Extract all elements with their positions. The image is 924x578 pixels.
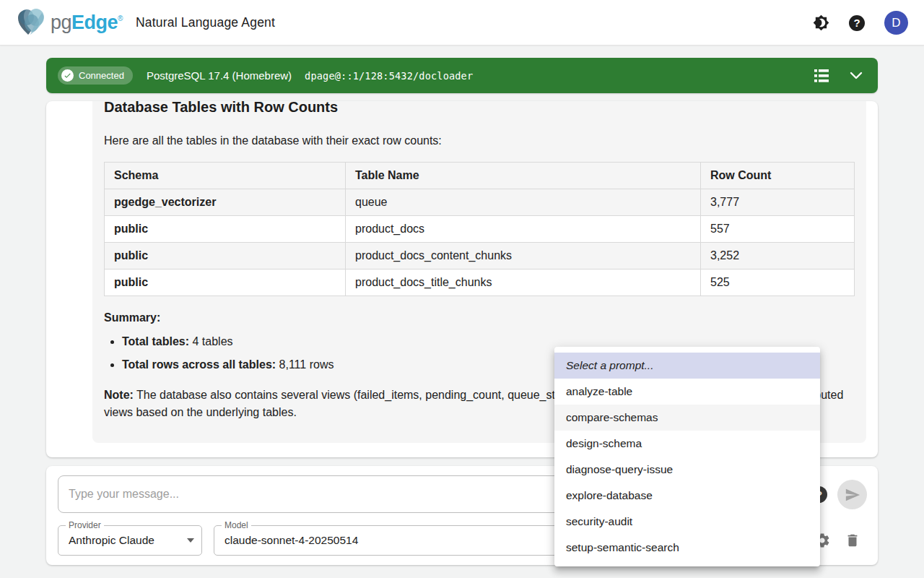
brightness-icon <box>813 14 829 31</box>
bullet-label: Total tables: <box>122 335 189 348</box>
connection-status-badge: Connected <box>58 66 133 85</box>
logo-registered-mark: ® <box>118 14 123 22</box>
pgedge-heart-icon <box>16 7 49 38</box>
prompt-dropdown-menu: Select a prompt... analyze-table compare… <box>554 347 820 566</box>
menu-item-design-schema[interactable]: design-schema <box>554 431 820 457</box>
cell-schema: public <box>105 243 346 269</box>
collapse-connection-button[interactable] <box>847 67 865 85</box>
table-row: pgedge_vectorizer queue 3,777 <box>105 189 855 216</box>
dark-mode-toggle-button[interactable] <box>812 14 829 32</box>
connection-bar: Connected PostgreSQL 17.4 (Homebrew) dpa… <box>46 58 878 93</box>
model-label: Model <box>222 520 251 530</box>
cell-schema: pgedge_vectorizer <box>105 189 346 216</box>
help-button[interactable]: ? <box>848 14 866 32</box>
logo-edge: Edge <box>71 12 118 34</box>
bullet-label: Total rows across all tables: <box>122 358 276 371</box>
caret-down-icon <box>187 538 194 543</box>
col-header-table-name: Table Name <box>346 163 701 189</box>
app-header: pgEdge® Natural Language Agent ? D <box>0 0 924 46</box>
cell-table-name: product_docs <box>346 216 701 243</box>
cell-row-count: 3,777 <box>701 189 855 216</box>
connection-string: dpage@::1/128:5432/docloader <box>305 70 473 82</box>
chevron-down-icon <box>850 72 863 79</box>
menu-item-diagnose-query-issue[interactable]: diagnose-query-issue <box>554 457 820 483</box>
col-header-schema: Schema <box>105 163 346 189</box>
message-heading: Database Tables with Row Counts <box>104 101 855 117</box>
pgedge-logo: pgEdge® <box>16 7 123 38</box>
message-intro: Here are all the tables in the database … <box>104 132 855 150</box>
menu-item-explore-database[interactable]: explore-database <box>554 483 820 509</box>
logo-pg: pg <box>51 12 71 34</box>
cell-schema: public <box>105 269 346 296</box>
bullet-value: 4 tables <box>189 335 232 348</box>
connection-bar-actions <box>813 58 865 93</box>
table-row: public product_docs 557 <box>105 216 855 243</box>
summary-heading: Summary: <box>104 311 855 324</box>
provider-value: Anthropic Claude <box>69 534 154 547</box>
send-icon <box>845 487 860 503</box>
connection-details-button[interactable] <box>813 67 830 85</box>
bullet-value: 8,111 rows <box>276 358 334 371</box>
model-value: claude-sonnet-4-20250514 <box>225 534 358 547</box>
help-icon: ? <box>849 15 865 31</box>
server-list-icon <box>814 69 829 83</box>
pgedge-logo-text: pgEdge® <box>51 12 123 34</box>
clear-chat-button[interactable] <box>845 532 862 549</box>
provider-label: Provider <box>66 520 104 530</box>
cell-table-name: product_docs_content_chunks <box>346 243 701 269</box>
trash-icon <box>845 532 860 548</box>
provider-select[interactable]: Provider Anthropic Claude <box>58 525 202 556</box>
note-label: Note: <box>104 389 134 401</box>
table-row: public product_docs_content_chunks 3,252 <box>105 243 855 269</box>
cell-row-count: 557 <box>701 216 855 243</box>
cell-schema: public <box>105 216 346 243</box>
row-counts-table: Schema Table Name Row Count pgedge_vecto… <box>104 162 855 296</box>
menu-item-compare-schemas[interactable]: compare-schemas <box>554 405 820 431</box>
table-header-row: Schema Table Name Row Count <box>105 163 855 189</box>
cell-table-name: product_docs_title_chunks <box>346 269 701 296</box>
user-avatar[interactable]: D <box>884 11 908 35</box>
header-actions: ? D <box>812 0 908 46</box>
cell-row-count: 525 <box>701 269 855 296</box>
send-button[interactable] <box>837 480 867 509</box>
connection-status-label: Connected <box>79 70 124 81</box>
page-title: Natural Language Agent <box>136 15 275 30</box>
table-row: public product_docs_title_chunks 525 <box>105 269 855 296</box>
server-version-label: PostgreSQL 17.4 (Homebrew) <box>147 69 292 82</box>
cell-row-count: 3,252 <box>701 243 855 269</box>
menu-item-setup-semantic-search[interactable]: setup-semantic-search <box>554 535 820 561</box>
check-circle-icon <box>61 69 74 82</box>
menu-item-security-audit[interactable]: security-audit <box>554 509 820 535</box>
col-header-row-count: Row Count <box>701 163 855 189</box>
prompt-menu-placeholder[interactable]: Select a prompt... <box>554 353 820 379</box>
app-window: pgEdge® Natural Language Agent ? D Conne… <box>0 0 924 578</box>
menu-item-analyze-table[interactable]: analyze-table <box>554 379 820 405</box>
cell-table-name: queue <box>346 189 701 216</box>
